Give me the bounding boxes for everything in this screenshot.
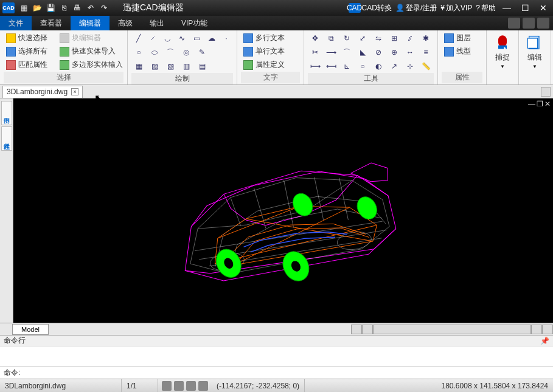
scroll-first-icon[interactable]: [351, 325, 362, 334]
menu-editor[interactable]: 编辑器: [71, 16, 110, 30]
login-button[interactable]: 👤登录/注册: [395, 3, 437, 13]
scale-icon[interactable]: ⤢: [356, 33, 369, 44]
menu-vip[interactable]: VIP功能: [173, 16, 216, 30]
array-icon[interactable]: ⊞: [388, 33, 400, 44]
stretch-icon[interactable]: ↔: [404, 47, 416, 58]
status-grid-icon[interactable]: [174, 381, 184, 391]
palette-legend[interactable]: 图例: [1, 101, 12, 125]
rotate-icon[interactable]: ↻: [341, 33, 353, 44]
copy-icon[interactable]: ⧉: [325, 33, 337, 44]
help-button[interactable]: ?帮助: [476, 3, 496, 13]
polyline-icon[interactable]: ⟋: [147, 33, 158, 44]
fillet-icon[interactable]: ⌒: [341, 47, 353, 58]
leader-icon[interactable]: ↗: [388, 61, 400, 72]
command-input[interactable]: 命令:: [0, 366, 553, 379]
trim-icon[interactable]: ✂: [309, 47, 321, 58]
rect-icon[interactable]: ▭: [192, 33, 203, 44]
dim3-icon[interactable]: ⊾: [341, 61, 353, 72]
scroll-next-icon[interactable]: [531, 325, 542, 334]
print-icon[interactable]: 🖶: [71, 2, 84, 14]
ring-icon[interactable]: ◎: [180, 47, 192, 58]
undo-icon[interactable]: ↶: [84, 2, 97, 14]
mtext-button[interactable]: 多行文本: [241, 32, 300, 44]
vp-close-icon[interactable]: ✕: [544, 100, 551, 108]
table-icon[interactable]: ▥: [180, 61, 192, 72]
close-icon[interactable]: ✕: [536, 2, 551, 14]
line-icon[interactable]: ╱: [133, 33, 144, 44]
pen-icon[interactable]: ✎: [196, 47, 208, 58]
scroll-prev-icon[interactable]: [362, 325, 373, 334]
palette-props[interactable]: 属性栏: [1, 126, 12, 151]
circle-icon[interactable]: ○: [133, 47, 145, 58]
hscrollbar[interactable]: [373, 325, 531, 334]
boundary-icon[interactable]: ▧: [164, 61, 176, 72]
edit-button[interactable]: 编辑 ▼: [523, 32, 547, 72]
cloud-icon[interactable]: ☁: [206, 33, 217, 44]
layer-button[interactable]: 图层: [442, 32, 482, 44]
menu-viewer[interactable]: 查看器: [32, 16, 71, 30]
offset-icon[interactable]: ⫽: [404, 33, 416, 44]
tab-close-icon[interactable]: ×: [71, 88, 78, 95]
drawing-canvas[interactable]: — ❐ ✕: [13, 98, 553, 323]
tool-settings-icon[interactable]: [523, 18, 535, 29]
selectall-button[interactable]: 选择所有: [4, 45, 50, 58]
ucs-icon[interactable]: ⊹: [404, 61, 416, 72]
polyinput-button[interactable]: 多边形实体输入: [57, 58, 125, 71]
extend-icon[interactable]: ⟶: [325, 47, 337, 58]
text-button[interactable]: 单行文本: [241, 45, 300, 58]
tab-dropdown-icon[interactable]: [541, 87, 551, 97]
point-icon[interactable]: ·: [221, 33, 232, 44]
mirror-icon[interactable]: ⇋: [372, 33, 384, 44]
linetype-button[interactable]: 线型: [442, 45, 482, 58]
menu-advanced[interactable]: 高级: [110, 16, 141, 30]
region-icon[interactable]: ▨: [148, 61, 161, 72]
document-tab[interactable]: 3DLamborgini.dwg ×: [2, 86, 83, 98]
tool-help-icon[interactable]: [537, 18, 549, 29]
arc2-icon[interactable]: ⌒: [164, 47, 176, 58]
save-icon[interactable]: 💾: [44, 2, 57, 14]
chamfer-icon[interactable]: ◣: [356, 47, 369, 58]
open-icon[interactable]: 📂: [30, 2, 44, 14]
arc-icon[interactable]: ◡: [162, 33, 173, 44]
quickselect-button[interactable]: 快速选择: [4, 32, 50, 44]
menu-output[interactable]: 输出: [141, 16, 173, 30]
image-icon[interactable]: ▤: [196, 61, 208, 72]
dim1-icon[interactable]: ⟼: [309, 61, 321, 72]
hatch-icon[interactable]: ▦: [133, 61, 145, 72]
layout-tabs: Model: [0, 323, 553, 335]
spline-icon[interactable]: ∿: [176, 33, 187, 44]
explode-icon[interactable]: ✱: [420, 33, 432, 44]
attrdef-button[interactable]: 属性定义: [241, 58, 300, 71]
redo-icon[interactable]: ↷: [97, 2, 111, 14]
cad-convert-button[interactable]: CADCAD转换: [349, 3, 392, 13]
scroll-last-icon[interactable]: [542, 325, 553, 334]
join-icon[interactable]: ⊕: [388, 47, 400, 58]
vp-min-icon[interactable]: —: [528, 100, 535, 108]
matchprops-button[interactable]: 匹配属性: [4, 58, 50, 71]
maximize-icon[interactable]: ☐: [518, 2, 532, 14]
dim5-icon[interactable]: ◐: [372, 61, 384, 72]
dim4-icon[interactable]: ○: [356, 61, 369, 72]
snap-button[interactable]: 捕捉 ▼: [490, 32, 515, 72]
pin-icon[interactable]: 📌: [540, 337, 549, 345]
blockedit-button[interactable]: 块编辑器: [57, 32, 103, 44]
minimize-icon[interactable]: —: [499, 2, 514, 14]
command-log[interactable]: [0, 346, 553, 366]
align-icon[interactable]: ≡: [420, 47, 432, 58]
status-ortho-icon[interactable]: [186, 381, 196, 391]
measure-icon[interactable]: 📏: [420, 61, 432, 72]
vip-button[interactable]: ¥加入VIP: [440, 3, 472, 13]
status-polar-icon[interactable]: [198, 381, 208, 391]
new-icon[interactable]: ▦: [17, 2, 30, 14]
saveall-icon[interactable]: ⎘: [57, 2, 71, 14]
menu-file[interactable]: 文件: [0, 16, 32, 30]
dim2-icon[interactable]: ⟻: [325, 61, 337, 72]
ellipse-icon[interactable]: ⬭: [148, 47, 161, 58]
break-icon[interactable]: ⊘: [372, 47, 384, 58]
move-icon[interactable]: ✥: [309, 33, 321, 44]
status-snap-icon[interactable]: [162, 381, 172, 391]
vp-max-icon[interactable]: ❐: [537, 100, 543, 108]
model-tab[interactable]: Model: [12, 324, 49, 335]
tool-brush-icon[interactable]: [508, 18, 520, 29]
entityimport-button[interactable]: 快速实体导入: [57, 45, 118, 58]
